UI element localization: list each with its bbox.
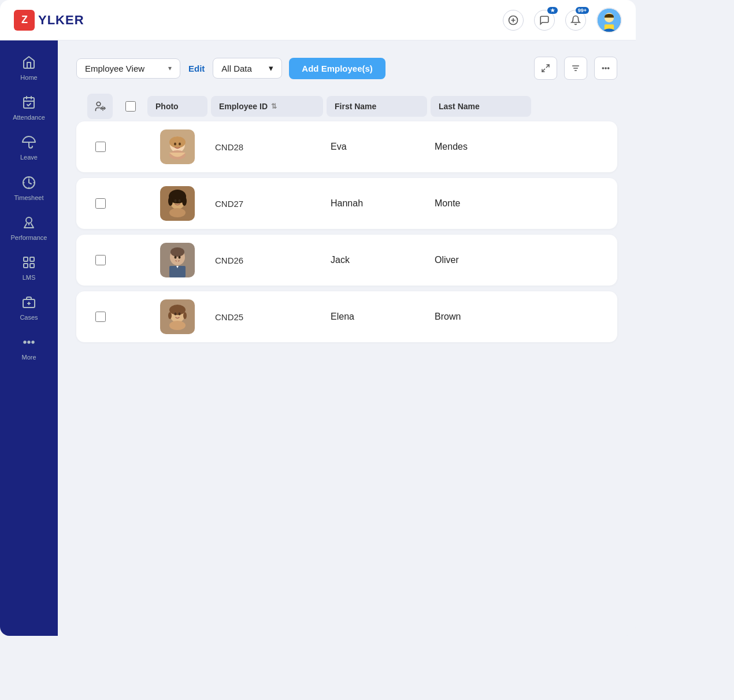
- sidebar-item-timesheet[interactable]: Timesheet: [6, 170, 52, 208]
- attendance-icon: [22, 95, 36, 112]
- svg-point-51: [175, 256, 177, 259]
- chat-icon-button[interactable]: ★: [534, 10, 555, 31]
- cases-icon: [22, 295, 36, 312]
- svg-rect-16: [24, 264, 28, 268]
- sidebar-label-more: More: [21, 354, 36, 361]
- last-name-col-label: Last Name: [439, 102, 480, 111]
- svg-rect-54: [177, 260, 178, 265]
- svg-rect-14: [24, 257, 28, 261]
- row-photo-4: [146, 299, 209, 334]
- svg-point-58: [168, 312, 172, 319]
- filter-label: All Data: [221, 64, 252, 73]
- svg-rect-7: [24, 98, 34, 108]
- add-employee-button[interactable]: Add Employee(s): [289, 58, 385, 79]
- checkbox-row4[interactable]: [95, 312, 106, 322]
- home-icon: [22, 55, 36, 72]
- sidebar: Home Attendance Leave: [0, 40, 58, 636]
- employee-table: Photo Employee ID ⇅ First Name Last Name: [76, 94, 617, 342]
- row-first-name-4: Elena: [325, 312, 429, 322]
- svg-point-62: [169, 321, 186, 330]
- checkbox-column-header: [117, 95, 144, 117]
- checkbox-row2[interactable]: [95, 198, 106, 209]
- sidebar-item-home[interactable]: Home: [6, 50, 52, 87]
- svg-point-30: [605, 68, 606, 69]
- row-last-name-2: Monte: [429, 198, 533, 209]
- row-first-name-1: Eva: [325, 142, 429, 152]
- performance-icon: [22, 216, 36, 232]
- filter-button[interactable]: [564, 57, 587, 80]
- expand-button[interactable]: [534, 57, 557, 80]
- employee-id-column-header[interactable]: Employee ID ⇅: [211, 96, 323, 117]
- sidebar-label-timesheet: Timesheet: [14, 194, 44, 202]
- checkbox-row3[interactable]: [95, 255, 106, 265]
- photo-col-label: Photo: [155, 102, 179, 111]
- notifications-icon-button[interactable]: 99+: [565, 10, 586, 31]
- svg-point-52: [179, 256, 181, 259]
- checkbox-row1[interactable]: [95, 142, 106, 152]
- sidebar-item-more[interactable]: More: [6, 329, 52, 367]
- row-employee-id-2: CND27: [209, 199, 325, 209]
- settings-column-header[interactable]: [87, 94, 113, 119]
- header: Z YLKER ★ 99+: [0, 0, 636, 40]
- row-photo-2: [146, 186, 209, 221]
- main-layout: Home Attendance Leave: [0, 40, 636, 636]
- table-row-2: CND27 Hannah Monte: [76, 178, 617, 229]
- logo: Z YLKER: [14, 10, 84, 31]
- view-selector-label: Employee View: [85, 64, 144, 73]
- row-last-name-1: Mendes: [429, 142, 533, 152]
- svg-point-21: [24, 342, 26, 343]
- sidebar-label-leave: Leave: [20, 154, 38, 161]
- photo-column-header: Photo: [147, 96, 207, 117]
- table-row-1: CND28 Eva Mendes: [76, 121, 617, 172]
- svg-rect-15: [30, 257, 34, 261]
- svg-point-46: [179, 199, 181, 202]
- svg-point-61: [179, 313, 181, 316]
- sidebar-item-attendance[interactable]: Attendance: [6, 90, 52, 127]
- svg-point-37: [174, 143, 176, 146]
- more-icon: [22, 335, 36, 351]
- view-selector[interactable]: Employee View ▾: [76, 58, 180, 79]
- svg-point-33: [102, 108, 103, 109]
- avatar-image: [598, 9, 621, 32]
- sidebar-item-cases[interactable]: Cases: [6, 290, 52, 327]
- edit-button[interactable]: Edit: [187, 61, 206, 76]
- select-all-checkbox[interactable]: [125, 101, 136, 112]
- row-photo-3: [146, 243, 209, 277]
- add-icon-button[interactable]: [503, 10, 524, 31]
- svg-point-43: [168, 197, 173, 206]
- svg-point-47: [169, 208, 186, 217]
- toolbar: Employee View ▾ Edit All Data ▾ Add Empl…: [76, 57, 617, 80]
- last-name-column-header: Last Name: [431, 96, 531, 117]
- sidebar-label-attendance: Attendance: [13, 114, 45, 121]
- row-first-name-3: Jack: [325, 255, 429, 265]
- svg-point-60: [175, 313, 177, 316]
- svg-point-23: [32, 342, 34, 343]
- sidebar-item-leave[interactable]: Leave: [6, 129, 52, 167]
- logo-text: YLKER: [38, 13, 84, 28]
- filter-selector[interactable]: All Data ▾: [213, 58, 282, 79]
- row-first-name-2: Hannah: [325, 198, 429, 209]
- sidebar-item-lms[interactable]: LMS: [6, 250, 52, 287]
- row-checkbox-2: [86, 198, 116, 209]
- svg-point-31: [608, 68, 609, 69]
- filter-chevron: ▾: [269, 63, 273, 73]
- employee-id-col-label: Employee ID: [219, 102, 268, 111]
- first-name-col-label: First Name: [335, 102, 376, 111]
- sidebar-item-performance[interactable]: Performance: [6, 210, 52, 247]
- svg-point-38: [179, 143, 181, 146]
- row-employee-id-1: CND28: [209, 142, 325, 152]
- sidebar-label-performance: Performance: [11, 234, 47, 242]
- lms-icon: [22, 255, 36, 272]
- svg-point-12: [26, 217, 32, 223]
- svg-point-45: [175, 199, 177, 202]
- table-body: CND28 Eva Mendes CND27 Hannah Monte: [76, 121, 617, 342]
- row-checkbox-3: [86, 255, 116, 265]
- row-employee-id-3: CND26: [209, 255, 325, 265]
- row-last-name-3: Oliver: [429, 255, 533, 265]
- svg-point-59: [183, 312, 187, 319]
- more-options-button[interactable]: [594, 57, 617, 80]
- row-employee-id-4: CND25: [209, 312, 325, 322]
- user-avatar[interactable]: [596, 8, 622, 33]
- svg-point-29: [602, 68, 603, 69]
- header-right: ★ 99+: [503, 8, 622, 33]
